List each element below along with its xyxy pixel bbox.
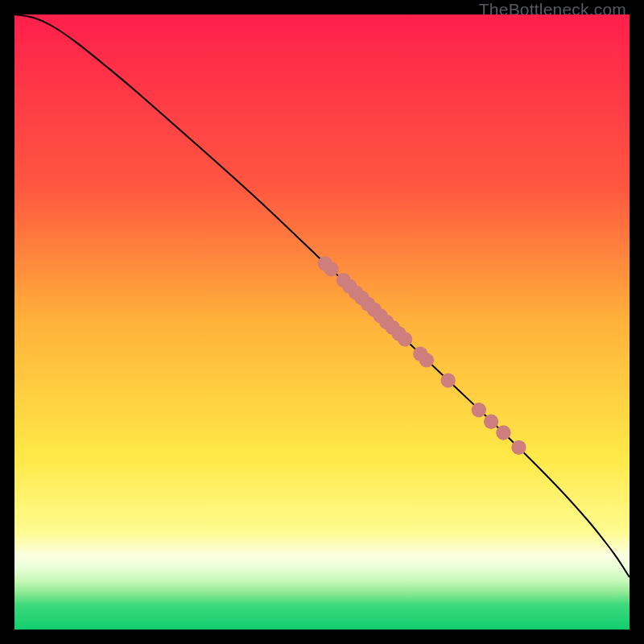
- chart-svg: [14, 14, 630, 630]
- plot-area: [14, 14, 630, 630]
- data-marker: [419, 353, 434, 367]
- data-marker: [496, 425, 510, 440]
- data-marker: [472, 402, 486, 417]
- data-marker: [511, 440, 526, 455]
- gradient-background: [14, 14, 630, 630]
- chart-frame: TheBottleneck.com: [0, 0, 644, 644]
- data-marker: [440, 373, 455, 387]
- data-marker: [398, 332, 412, 346]
- data-marker: [324, 262, 338, 276]
- data-marker: [484, 415, 498, 429]
